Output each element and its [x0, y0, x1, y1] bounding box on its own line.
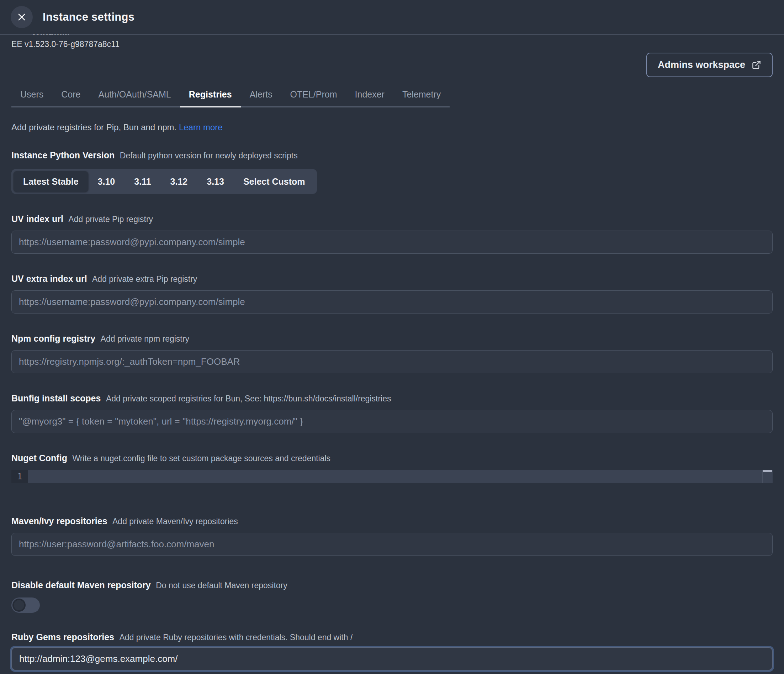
editor-scrollbar-thumb[interactable] — [763, 470, 772, 472]
field-label-row: Bunfig install scopes Add private scoped… — [11, 393, 773, 403]
field-label: Nuget Config — [11, 453, 67, 463]
registries-intro: Add private registries for Pip, Bun and … — [11, 122, 773, 132]
field-label: UV index url — [11, 214, 63, 224]
python-option-3-10[interactable]: 3.10 — [88, 171, 125, 192]
intro-text: Add private registries for Pip, Bun and … — [11, 122, 176, 132]
field-nuget-config: Nuget Config Write a nuget.config file t… — [11, 453, 773, 483]
field-label: Instance Python Version — [11, 150, 115, 160]
field-instance-python-version: Instance Python Version Default python v… — [11, 150, 773, 194]
field-description: Add private Ruby repositories with crede… — [119, 633, 353, 642]
tab-list: Users Core Auth/OAuth/SAML Registries Al… — [11, 89, 450, 107]
tab-otel-prom[interactable]: OTEL/Prom — [282, 89, 346, 107]
field-description: Write a nuget.config file to set custom … — [72, 454, 330, 463]
tab-core[interactable]: Core — [52, 89, 89, 107]
ruby-gems-repositories-input[interactable] — [11, 647, 773, 671]
tab-alerts[interactable]: Alerts — [241, 89, 282, 107]
field-label: UV extra index url — [11, 274, 87, 283]
nuget-config-editor[interactable]: 1 — [11, 470, 773, 483]
external-link-icon — [751, 60, 761, 70]
field-description: Add private Pip registry — [68, 215, 153, 224]
field-description: Add private Maven/Ivy repositories — [112, 517, 238, 526]
field-uv-extra-index-url: UV extra index url Add private extra Pip… — [11, 274, 773, 313]
field-label-row: UV index url Add private Pip registry — [11, 214, 773, 224]
toggle-knob — [12, 599, 26, 612]
field-label: Npm config registry — [11, 333, 95, 343]
field-label-row: UV extra index url Add private extra Pip… — [11, 274, 773, 284]
tab-bar: Users Core Auth/OAuth/SAML Registries Al… — [11, 89, 773, 107]
tab-indexer[interactable]: Indexer — [346, 89, 394, 107]
maven-ivy-repositories-input[interactable] — [11, 533, 773, 556]
close-button[interactable] — [11, 6, 33, 28]
field-npm-config-registry: Npm config registry Add private npm regi… — [11, 333, 773, 373]
tab-registries[interactable]: Registries — [180, 89, 241, 107]
field-disable-default-maven: Disable default Maven repository Do not … — [11, 580, 773, 613]
npm-config-registry-input[interactable] — [11, 350, 773, 373]
field-label-row: Disable default Maven repository Do not … — [11, 580, 773, 590]
editor-text-area[interactable] — [28, 470, 773, 483]
field-label-row: Maven/Ivy repositories Add private Maven… — [11, 516, 773, 526]
python-option-3-13[interactable]: 3.13 — [197, 171, 234, 192]
uv-extra-index-url-input[interactable] — [11, 290, 773, 313]
field-label: Bunfig install scopes — [11, 393, 101, 403]
python-option-3-12[interactable]: 3.12 — [161, 171, 198, 192]
workspace-button-row: Admins workspace — [11, 53, 773, 77]
admins-workspace-label: Admins workspace — [658, 59, 745, 70]
header: Instance settings — [0, 0, 784, 34]
admins-workspace-button[interactable]: Admins workspace — [646, 53, 773, 77]
field-label-row: Instance Python Version Default python v… — [11, 150, 773, 160]
clipped-scrolled-text: Windmill — [31, 34, 773, 37]
field-description: Do not use default Maven repository — [156, 581, 287, 590]
bunfig-install-scopes-input[interactable] — [11, 410, 773, 433]
field-label: Maven/Ivy repositories — [11, 516, 107, 526]
disable-default-maven-toggle[interactable] — [11, 598, 40, 613]
python-option-3-11[interactable]: 3.11 — [124, 171, 160, 192]
editor-scrollbar-track — [762, 470, 763, 483]
learn-more-link[interactable]: Learn more — [179, 122, 223, 132]
field-ruby-gems-repositories: Ruby Gems repositories Add private Ruby … — [11, 632, 773, 671]
page-title: Instance settings — [43, 11, 134, 23]
field-bunfig-install-scopes: Bunfig install scopes Add private scoped… — [11, 393, 773, 433]
field-label: Ruby Gems repositories — [11, 632, 114, 642]
field-description: Add private npm registry — [101, 334, 189, 343]
editor-content — [28, 472, 33, 481]
tab-users[interactable]: Users — [11, 89, 52, 107]
field-label-row: Nuget Config Write a nuget.config file t… — [11, 453, 773, 463]
field-maven-ivy-repositories: Maven/Ivy repositories Add private Maven… — [11, 516, 773, 556]
field-description: Add private extra Pip registry — [92, 274, 197, 283]
field-label-row: Npm config registry Add private npm regi… — [11, 333, 773, 344]
main-content: Windmill EE v1.523.0-76-g98787a8c11 Admi… — [0, 34, 784, 674]
edition-version-text: EE v1.523.0-76-g98787a8c11 — [11, 39, 773, 49]
uv-index-url-input[interactable] — [11, 230, 773, 254]
field-uv-index-url: UV index url Add private Pip registry — [11, 214, 773, 254]
python-option-select-custom[interactable]: Select Custom — [234, 171, 315, 192]
field-description: Default python version for newly deploye… — [120, 151, 298, 160]
editor-line-number: 1 — [11, 470, 28, 483]
close-icon — [17, 12, 27, 22]
python-version-segmented-control: Latest Stable 3.10 3.11 3.12 3.13 Select… — [11, 169, 317, 194]
tab-telemetry[interactable]: Telemetry — [394, 89, 450, 107]
field-label: Disable default Maven repository — [11, 580, 151, 590]
python-option-latest-stable[interactable]: Latest Stable — [14, 171, 88, 192]
field-label-row: Ruby Gems repositories Add private Ruby … — [11, 632, 773, 642]
field-description: Add private scoped registries for Bun, S… — [106, 394, 391, 403]
tab-auth-oauth-saml[interactable]: Auth/OAuth/SAML — [89, 89, 180, 107]
